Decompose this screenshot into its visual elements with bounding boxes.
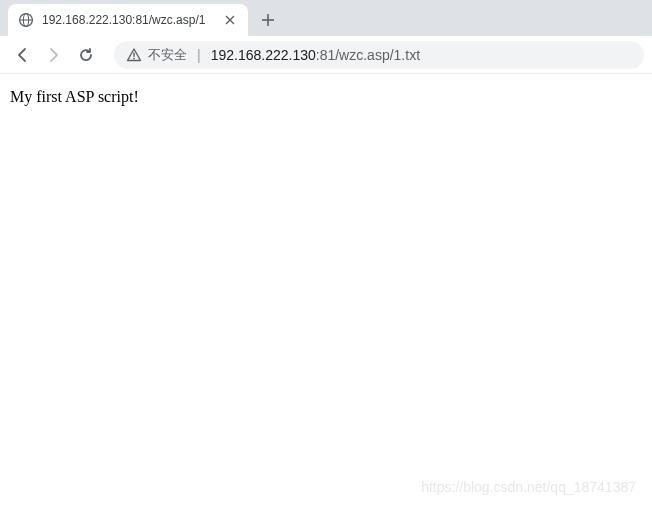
divider: | (197, 47, 201, 63)
new-tab-button[interactable] (254, 6, 282, 34)
reload-button[interactable] (72, 41, 100, 69)
browser-tab[interactable]: 192.168.222.130:81/wzc.asp/1 (8, 4, 248, 36)
back-button[interactable] (8, 41, 36, 69)
url-path: /wzc.asp/1.txt (335, 47, 420, 63)
url-display: 192.168.222.130:81/wzc.asp/1.txt (211, 47, 420, 63)
watermark: https://blog.csdn.net/qq_18741387 (421, 479, 636, 495)
page-body-text: My first ASP script! (10, 88, 139, 105)
security-indicator: 不安全 (126, 46, 187, 64)
page-content: My first ASP script! (0, 74, 652, 120)
close-icon[interactable] (222, 12, 238, 28)
svg-point-8 (133, 57, 135, 59)
url-port: :81 (316, 47, 335, 63)
tab-title: 192.168.222.130:81/wzc.asp/1 (42, 13, 214, 27)
globe-icon (18, 12, 34, 28)
security-label: 不安全 (148, 46, 187, 64)
warning-icon (126, 47, 142, 63)
toolbar: 不安全 | 192.168.222.130:81/wzc.asp/1.txt (0, 36, 652, 74)
address-bar[interactable]: 不安全 | 192.168.222.130:81/wzc.asp/1.txt (114, 41, 644, 69)
tab-strip: 192.168.222.130:81/wzc.asp/1 (0, 0, 652, 36)
url-host: 192.168.222.130 (211, 47, 316, 63)
forward-button[interactable] (40, 41, 68, 69)
